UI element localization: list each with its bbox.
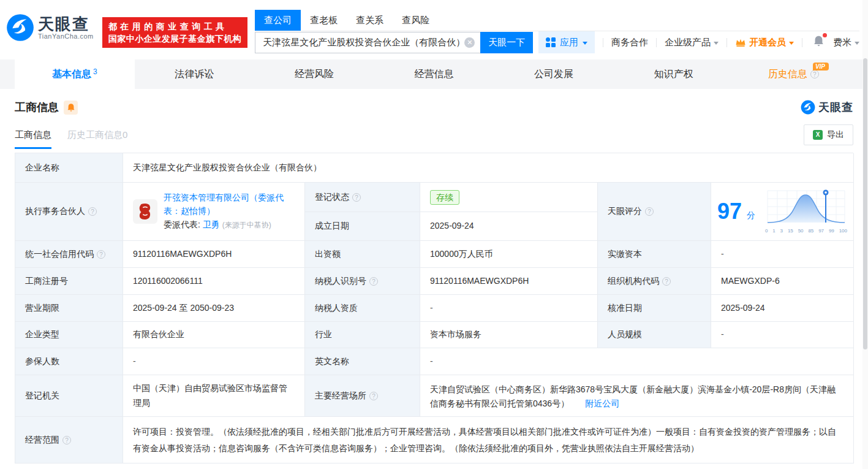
field-label-registration-status: 登记状态? xyxy=(305,183,420,212)
field-value-insured-count: - xyxy=(123,348,305,375)
logo-domain-text: TianYanCha.com xyxy=(38,32,94,40)
score-value: 97 xyxy=(717,200,742,223)
tianyancha-watermark: 天眼查 xyxy=(801,100,853,115)
field-label-business-scope: 经营范围? xyxy=(15,417,123,463)
promo-line1: 都在用的商业查询工具 xyxy=(108,20,242,32)
field-label-company-name: 企业名称 xyxy=(15,153,123,183)
menu-divider xyxy=(726,38,727,47)
menu-item-vip[interactable]: 开通会员 xyxy=(735,37,794,48)
menu-item-enterprise[interactable]: 企业级产品 xyxy=(665,37,719,48)
field-value-registration-status: 存续 xyxy=(420,183,598,212)
help-icon[interactable]: ? xyxy=(369,277,378,286)
score-axis: 0131550859799100 xyxy=(765,227,847,235)
chevron-down-icon xyxy=(583,42,587,45)
section-title: 工商信息 xyxy=(15,100,59,115)
main-content: 工商信息 天眼查 工商信息 历史工商信息0 X 导出 xyxy=(0,100,868,463)
tab-operating-risk[interactable]: 经营风险 xyxy=(254,59,374,89)
score-unit: 分 xyxy=(747,208,755,223)
help-icon[interactable]: ? xyxy=(810,70,819,78)
field-value-taxpayer-quality: - xyxy=(420,295,598,322)
status-badge: 存续 xyxy=(430,190,459,205)
export-button[interactable]: X 导出 xyxy=(804,124,853,145)
help-icon[interactable]: ? xyxy=(88,207,97,216)
nearby-companies-link[interactable]: 附近公司 xyxy=(585,398,619,408)
rep-name-link[interactable]: 卫勇 xyxy=(203,219,220,229)
tianyancha-logo[interactable]: 天眼查 TianYanCha.com xyxy=(6,13,94,42)
help-icon[interactable]: ? xyxy=(369,392,378,400)
field-value-business-term: 2025-09-24 至 2050-09-23 xyxy=(123,295,305,322)
rep-source: (来源于中基协) xyxy=(222,221,271,229)
tab-count: 3 xyxy=(93,67,97,76)
page-scrollbar[interactable] xyxy=(862,0,868,469)
search-tabs: 查公司 查老板 查关系 查风险 xyxy=(255,10,859,31)
menu-divider xyxy=(603,38,603,47)
search-tab-risk[interactable]: 查风险 xyxy=(393,10,439,31)
search-zone: 查公司 查老板 查关系 查风险 ✕ 天眼一下 应用 商务合作 企业 xyxy=(255,10,859,53)
tab-intellectual-property[interactable]: 知识产权 xyxy=(614,59,734,89)
help-icon[interactable]: ? xyxy=(662,277,671,286)
seal-icon xyxy=(138,202,153,221)
promo-line2: 国家中小企业发展子基金旗下机构 xyxy=(108,32,242,45)
search-button[interactable]: 天眼一下 xyxy=(480,32,533,53)
search-input[interactable] xyxy=(255,32,480,53)
promo-banner: 都在用的商业查询工具 国家中小企业发展子基金旗下机构 xyxy=(102,17,248,48)
field-value-industry: 资本市场服务 xyxy=(420,322,598,348)
field-value-score[interactable]: 97 分 xyxy=(711,183,854,241)
field-label-score: 天眼评分? xyxy=(598,183,711,241)
tab-basic-info[interactable]: 基本信息3 xyxy=(15,59,135,89)
business-info-table: 企业名称 天津弦星文化产业股权投资合伙企业（有限合伙） 执行事务合伙人? 开弦资… xyxy=(15,153,853,463)
field-label-company-type: 企业类型 xyxy=(15,322,123,348)
partner-company-link[interactable]: 开弦资本管理有限公司（委派代表：赵怡博） xyxy=(164,193,284,216)
bell-icon xyxy=(67,103,75,112)
company-seal-avatar[interactable] xyxy=(133,199,157,224)
field-label-org-code: 组织机构代码? xyxy=(598,268,711,295)
scrollbar-thumb[interactable] xyxy=(863,58,867,349)
subtab-history-business-info[interactable]: 历史工商信息0 xyxy=(67,129,127,149)
search-tab-company[interactable]: 查公司 xyxy=(255,10,301,31)
field-value-credit-code: 91120116MAEWGXDP6H xyxy=(123,241,305,268)
help-icon[interactable]: ? xyxy=(352,193,361,202)
field-value-approval-date: 2025-09-24 xyxy=(711,295,854,322)
field-value-org-code: MAEWGXDP-6 xyxy=(711,268,854,295)
tab-legal-proceedings[interactable]: 法律诉讼 xyxy=(135,59,255,89)
tianyancha-logo-icon xyxy=(6,13,34,42)
field-value-establish-date: 2025-09-24 xyxy=(420,212,598,241)
field-value-company-type: 有限合伙企业 xyxy=(123,322,305,348)
field-label-staff-size: 人员规模 xyxy=(598,322,711,348)
rep-label: 委派代表: xyxy=(164,219,200,229)
field-value-paid-capital: - xyxy=(711,241,854,268)
field-label-approval-date: 核准日期 xyxy=(598,295,711,322)
tab-company-development[interactable]: 公司发展 xyxy=(494,59,614,89)
apps-label: 应用 xyxy=(560,37,578,48)
tab-operating-info[interactable]: 经营信息 xyxy=(374,59,494,89)
tianyancha-logo-icon xyxy=(801,100,815,115)
field-value-staff-size: - xyxy=(711,322,854,348)
field-value-executive-partner: 开弦资本管理有限公司（委派代表：赵怡博） 委派代表: 卫勇 (来源于中基协) xyxy=(123,183,305,241)
field-label-business-address: 主要经营场所? xyxy=(305,375,420,417)
field-label-taxpayer-id: 纳税人识别号? xyxy=(305,268,420,295)
search-tab-relation[interactable]: 查关系 xyxy=(347,10,393,31)
chevron-down-icon xyxy=(855,42,859,45)
page-header: 天眼查 TianYanCha.com 都在用的商业查询工具 国家中小企业发展子基… xyxy=(0,0,868,59)
menu-divider xyxy=(656,38,657,47)
help-icon[interactable]: ? xyxy=(97,250,105,259)
field-label-paid-capital: 实缴资本 xyxy=(598,241,711,268)
help-icon[interactable]: ? xyxy=(645,207,654,216)
field-label-insured-count: 参保人数 xyxy=(15,348,123,375)
menu-item-cooperation[interactable]: 商务合作 xyxy=(611,37,648,48)
score-distribution-chart: 0131550859799100 xyxy=(765,188,847,235)
subtab-business-info[interactable]: 工商信息 xyxy=(15,129,51,149)
notification-bell[interactable] xyxy=(813,35,825,50)
user-menu[interactable]: 费米 xyxy=(833,37,859,48)
field-value-contribution: 100000万人民币 xyxy=(420,241,598,268)
field-label-reg-number: 工商注册号 xyxy=(15,268,123,295)
apps-menu-button[interactable]: 应用 xyxy=(538,31,595,53)
subscribe-bell-button[interactable] xyxy=(64,101,78,115)
tab-history-info[interactable]: VIP 历史信息 ? xyxy=(733,59,853,89)
menu-divider xyxy=(802,38,802,47)
field-label-registry: 登记机关 xyxy=(15,375,123,417)
clear-search-icon[interactable]: ✕ xyxy=(464,37,475,48)
vip-badge: VIP xyxy=(813,63,829,71)
help-icon[interactable]: ? xyxy=(62,436,71,444)
search-tab-boss[interactable]: 查老板 xyxy=(301,10,347,31)
